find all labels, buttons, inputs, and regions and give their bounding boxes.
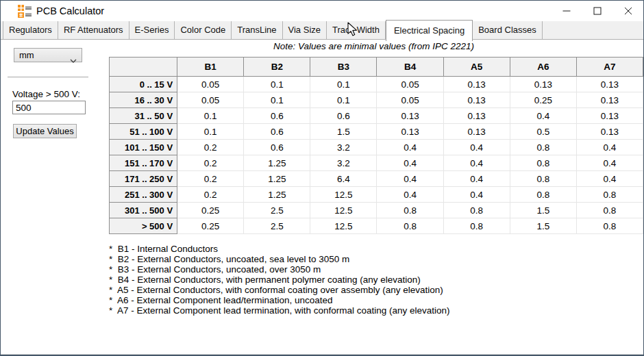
spacing-cell: 0.6 <box>244 108 310 124</box>
chevron-down-icon <box>70 53 77 66</box>
spacing-cell: 0.4 <box>377 171 443 187</box>
spacing-cell: 0.4 <box>377 140 443 155</box>
row-header: > 500 V <box>110 218 177 234</box>
table-row: 251 .. 300 V0.21.2512.50.40.40.80.8 <box>110 187 643 203</box>
spacing-cell: 0.13 <box>443 124 510 140</box>
footnote-line: * B2 - External Conductors, uncoated, se… <box>109 254 450 264</box>
footnote-line: * B4 - External Conductors, with permane… <box>109 275 450 285</box>
minimize-button[interactable] <box>551 1 582 21</box>
units-dropdown[interactable]: mm <box>14 48 82 62</box>
table-row: 51 .. 100 V0.10.61.50.130.130.50.13 <box>110 124 643 140</box>
calculator-icon <box>18 4 32 18</box>
spacing-cell: 2.5 <box>244 218 310 234</box>
col-header-a5: A5 <box>443 58 510 77</box>
col-header-a6: A6 <box>510 58 576 77</box>
spacing-cell: 0.4 <box>443 155 510 171</box>
tab-regulators[interactable]: Regulators <box>3 21 58 39</box>
row-header: 151 .. 170 V <box>110 155 177 171</box>
col-header-b4: B4 <box>377 58 443 77</box>
spacing-cell: 0.8 <box>443 218 510 234</box>
spacing-cell: 0.1 <box>244 92 310 108</box>
row-header: 251 .. 300 V <box>110 187 177 203</box>
tab-e-series[interactable]: E-Series <box>129 21 175 39</box>
spacing-cell: 0.05 <box>377 92 443 108</box>
maximize-icon <box>593 7 602 15</box>
row-header: 31 .. 50 V <box>110 108 177 124</box>
footnote-line: * B1 - Internal Conductors <box>109 244 450 254</box>
minimize-icon <box>562 7 571 15</box>
spacing-cell: 1.25 <box>244 171 310 187</box>
spacing-cell: 0.4 <box>443 171 510 187</box>
spacing-cell: 0.8 <box>443 203 510 218</box>
table-row: 0 .. 15 V0.050.10.10.050.130.130.13 <box>110 77 643 92</box>
spacing-cell: 0.2 <box>177 140 244 155</box>
spacing-cell: 0.8 <box>576 187 643 203</box>
spacing-cell: 0.4 <box>443 187 510 203</box>
spacing-cell: 0.8 <box>510 171 576 187</box>
tab-transline[interactable]: TransLine <box>232 21 282 39</box>
spacing-cell: 0.13 <box>377 124 443 140</box>
spacing-cell: 0.4 <box>377 155 443 171</box>
spacing-cell: 12.5 <box>310 203 377 218</box>
spacing-cell: 0.25 <box>177 203 244 218</box>
title-bar[interactable]: PCB Calculator <box>1 1 643 21</box>
spacing-cell: 0.05 <box>177 92 244 108</box>
spacing-cell: 0.4 <box>576 171 643 187</box>
spacing-cell: 0.13 <box>443 92 510 108</box>
spacing-cell: 1.25 <box>244 155 310 171</box>
spacing-cell: 0.6 <box>244 124 310 140</box>
spacing-cell: 0.25 <box>510 92 576 108</box>
spacing-cell: 0.2 <box>177 155 244 171</box>
tab-electrical-spacing[interactable]: Electrical Spacing <box>386 20 473 41</box>
footnote-line: * A5 - External Conductors, with conform… <box>109 285 450 295</box>
voltage-label: Voltage > 500 V: <box>12 89 80 99</box>
close-button[interactable] <box>612 1 643 21</box>
spacing-cell: 0.4 <box>576 140 643 155</box>
spacing-cell: 3.2 <box>310 140 377 155</box>
spacing-cell: 0.1 <box>310 92 377 108</box>
spacing-cell: 0.1 <box>177 124 244 140</box>
spacing-cell: 0.8 <box>377 218 443 234</box>
spacing-cell: 0.13 <box>377 108 443 124</box>
spacing-cell: 0.6 <box>244 140 310 155</box>
table-row: 16 .. 30 V0.050.10.10.050.130.250.13 <box>110 92 643 108</box>
col-header-b1: B1 <box>177 58 244 77</box>
spacing-cell: 0.13 <box>576 124 643 140</box>
window-controls <box>551 1 643 21</box>
table-row: 171 .. 250 V0.21.256.40.40.40.80.4 <box>110 171 643 187</box>
spacing-cell: 1.5 <box>510 203 576 218</box>
spacing-cell: 0.25 <box>177 218 244 234</box>
row-header: 301 .. 500 V <box>110 203 177 218</box>
tab-track-width[interactable]: Track Width <box>327 21 386 39</box>
spacing-cell: 0.5 <box>510 124 576 140</box>
col-header-b2: B2 <box>244 58 310 77</box>
spacing-cell: 0.1 <box>310 77 377 92</box>
spacing-cell: 0.05 <box>377 77 443 92</box>
spacing-cell: 0.05 <box>177 77 244 92</box>
spacing-cell: 0.2 <box>177 187 244 203</box>
spacing-cell: 0.13 <box>576 108 643 124</box>
spacing-cell: 0.8 <box>576 218 643 234</box>
separator <box>8 77 88 77</box>
update-values-button[interactable]: Update Values <box>13 124 77 138</box>
spacing-cell: 0.4 <box>377 187 443 203</box>
spacing-cell: 0.8 <box>510 155 576 171</box>
electrical-spacing-table: B1B2B3B4A5A6A70 .. 15 V0.050.10.10.050.1… <box>109 57 643 234</box>
tab-rf-attenuators[interactable]: RF Attenuators <box>58 21 129 39</box>
spacing-cell: 0.8 <box>510 140 576 155</box>
spacing-cell: 0.6 <box>310 108 377 124</box>
tab-via-size[interactable]: Via Size <box>283 21 327 39</box>
tab-color-code[interactable]: Color Code <box>175 21 232 39</box>
pcb-calculator-window: PCB Calculator RegulatorsRF AttenuatorsE… <box>0 0 644 356</box>
row-header: 101 .. 150 V <box>110 140 177 155</box>
maximize-button[interactable] <box>582 1 612 21</box>
footnote-line: * A6 - External Component lead/terminati… <box>109 295 450 305</box>
spacing-cell: 6.4 <box>310 171 377 187</box>
spacing-cell: 0.13 <box>576 92 643 108</box>
row-header: 16 .. 30 V <box>110 92 177 108</box>
table-row: 301 .. 500 V0.252.512.50.80.81.50.8 <box>110 203 643 218</box>
tab-board-classes[interactable]: Board Classes <box>473 21 543 39</box>
row-header: 0 .. 15 V <box>110 77 177 92</box>
voltage-input[interactable] <box>12 101 86 114</box>
spacing-cell: 0.13 <box>443 77 510 92</box>
